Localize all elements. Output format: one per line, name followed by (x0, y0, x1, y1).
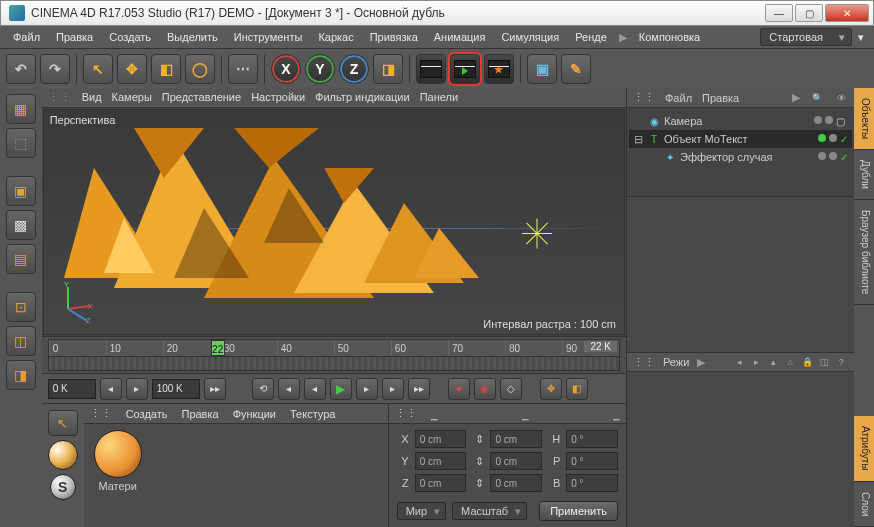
tab-objects[interactable]: Объекты (854, 88, 874, 150)
start-frame-field[interactable]: 0 K (48, 379, 96, 399)
timeline-playhead[interactable]: 22 (211, 340, 225, 356)
viewport-menu-view[interactable]: Вид (82, 91, 102, 103)
tab-layers[interactable]: Слои (854, 482, 874, 527)
attr-overflow-icon[interactable]: ▶ (697, 356, 705, 369)
mat-menu-edit[interactable]: Правка (181, 408, 218, 420)
select-tool[interactable]: ↖ (83, 54, 113, 84)
pos-x-field[interactable]: 0 cm (415, 430, 467, 448)
goto-end-button[interactable]: ▸▸ (408, 378, 430, 400)
polygon-mode-button[interactable]: ◨ (6, 360, 36, 390)
make-editable-button[interactable]: ▦ (6, 94, 36, 124)
size-z-field[interactable]: 0 cm (490, 474, 542, 492)
tab-attributes[interactable]: Атрибуты (854, 416, 874, 481)
object-mode-button[interactable]: ▣ (6, 176, 36, 206)
tab-takes[interactable]: Дубли (854, 150, 874, 200)
rot-p-field[interactable]: 0 ° (566, 452, 618, 470)
viewport-menu-panel[interactable]: Панели (420, 91, 458, 103)
panel-handle-icon[interactable]: ⋮⋮ (395, 407, 417, 420)
layout-menu-icon[interactable]: ▾ (854, 28, 868, 47)
redo-button[interactable]: ↷ (40, 54, 70, 84)
last-tool[interactable]: ⋯ (228, 54, 258, 84)
x-axis-lock[interactable]: X (271, 54, 301, 84)
texture-mode-button[interactable]: ▩ (6, 210, 36, 240)
next-key-button[interactable]: ▸ (382, 378, 404, 400)
pos-z-field[interactable]: 0 cm (415, 474, 467, 492)
collapse-icon[interactable]: ⊟ (633, 133, 644, 146)
apply-button[interactable]: Применить (539, 501, 618, 521)
size-x-field[interactable]: 0 cm (490, 430, 542, 448)
rotate-tool[interactable]: ◯ (185, 54, 215, 84)
keyframe-sel-button[interactable]: ◇ (500, 378, 522, 400)
size-y-field[interactable]: 0 cm (490, 452, 542, 470)
timeline-scrub[interactable] (48, 357, 620, 371)
menu-animation[interactable]: Анимация (427, 28, 493, 46)
tab-browser[interactable]: Браузер библиоте (854, 200, 874, 305)
om-menu-edit[interactable]: Правка (702, 92, 739, 104)
menu-render[interactable]: Ренде (568, 28, 614, 46)
range-end-button[interactable]: ▸▸ (204, 378, 226, 400)
render-view-button[interactable] (416, 54, 446, 84)
model-mode-button[interactable]: ⬚ (6, 128, 36, 158)
menu-tools[interactable]: Инструменты (227, 28, 310, 46)
play-button[interactable]: ▶ (330, 378, 352, 400)
menu-layout[interactable]: Компоновка (632, 28, 707, 46)
coord-mode-dropdown[interactable]: Масштаб (452, 502, 527, 520)
scale-key-button[interactable]: ◧ (566, 378, 588, 400)
point-mode-button[interactable]: ⊡ (6, 292, 36, 322)
viewport-handle-icon[interactable]: ⋮⋮ (48, 91, 72, 104)
layout-dropdown[interactable]: Стартовая (760, 28, 852, 46)
end-frame-field[interactable]: 100 K (152, 379, 200, 399)
move-tool[interactable]: ✥ (117, 54, 147, 84)
workplane-button[interactable]: ▤ (6, 244, 36, 274)
tree-row-camera[interactable]: ◉ Камера ▢ (629, 112, 852, 130)
om-menu-file[interactable]: Файл (665, 92, 692, 104)
nav-back-icon[interactable]: ◂ (732, 355, 746, 369)
nav-up-icon[interactable]: ▴ (766, 355, 780, 369)
position-key-button[interactable]: ✥ (540, 378, 562, 400)
search-icon[interactable]: 🔍 (810, 91, 824, 105)
om-overflow-icon[interactable]: ▶ (792, 91, 800, 104)
add-cube-button[interactable]: ▣ (527, 54, 557, 84)
menu-file[interactable]: Файл (6, 28, 47, 46)
coord-space-dropdown[interactable]: Мир (397, 502, 446, 520)
mat-menu-create[interactable]: Создать (126, 408, 168, 420)
nav-fwd-icon[interactable]: ▸ (749, 355, 763, 369)
sketch-material-icon[interactable]: S (50, 474, 76, 500)
menu-snap[interactable]: Привязка (363, 28, 425, 46)
object-tree[interactable]: ◉ Камера ▢ ⊟ T Объект МоТекст ✓ ✦ Эффект… (627, 108, 854, 196)
viewport[interactable]: Перспектива (43, 109, 625, 335)
scale-tool[interactable]: ◧ (151, 54, 181, 84)
maximize-button[interactable]: ▢ (795, 4, 823, 22)
lock-icon[interactable]: 🔒 (800, 355, 814, 369)
range-right-button[interactable]: ▸ (126, 378, 148, 400)
rot-h-field[interactable]: 0 ° (566, 430, 618, 448)
menu-select[interactable]: Выделить (160, 28, 225, 46)
home-icon[interactable]: ⌂ (783, 355, 797, 369)
viewport-menu-options[interactable]: Настройки (251, 91, 305, 103)
coord-system-button[interactable]: ◨ (373, 54, 403, 84)
tree-row-effector[interactable]: ✦ Эффектор случая ✓ (629, 148, 852, 166)
tool-recent-button[interactable]: ↖ (48, 410, 78, 436)
record-button[interactable]: ● (448, 378, 470, 400)
panel-handle-icon[interactable]: ⋮⋮ (633, 91, 655, 104)
next-frame-button[interactable]: ▸ (356, 378, 378, 400)
viewport-menu-cameras[interactable]: Камеры (112, 91, 152, 103)
edge-mode-button[interactable]: ◫ (6, 326, 36, 356)
panel-handle-icon[interactable]: ⋮⋮ (90, 407, 112, 420)
range-left-button[interactable]: ◂ (100, 378, 122, 400)
autokey-button[interactable]: ◉ (474, 378, 496, 400)
attr-mode-label[interactable]: Режи (663, 356, 689, 368)
viewport-menu-filter[interactable]: Фильтр индикации (315, 91, 410, 103)
menu-simulation[interactable]: Симуляция (494, 28, 566, 46)
minimize-button[interactable]: — (765, 4, 793, 22)
y-axis-lock[interactable]: Y (305, 54, 335, 84)
menu-mesh[interactable]: Каркас (311, 28, 360, 46)
timeline-ruler[interactable]: 0 10 20 30 40 50 60 70 80 90 22 22 K (48, 339, 620, 357)
render-settings-button[interactable] (484, 54, 514, 84)
new-window-icon[interactable]: ◫ (817, 355, 831, 369)
pos-y-field[interactable]: 0 cm (415, 452, 467, 470)
undo-button[interactable]: ↶ (6, 54, 36, 84)
add-pen-button[interactable]: ✎ (561, 54, 591, 84)
help-icon[interactable]: ? (834, 355, 848, 369)
close-button[interactable]: ✕ (825, 4, 869, 22)
